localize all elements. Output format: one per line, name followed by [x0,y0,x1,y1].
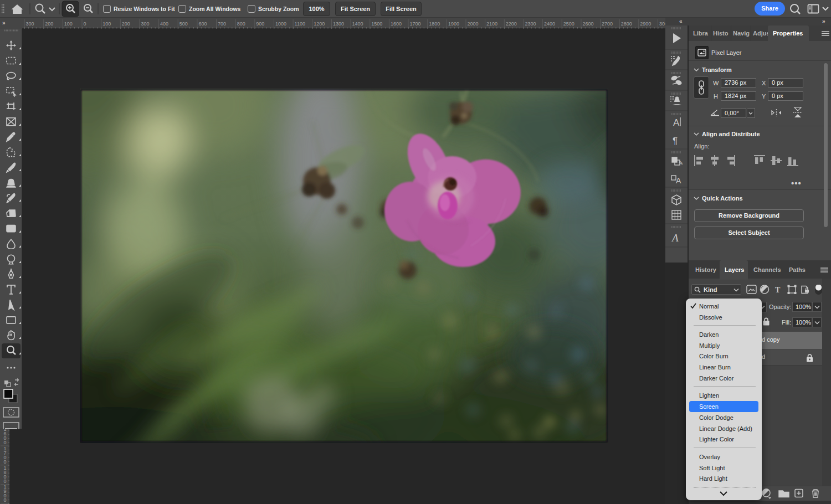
svg-text:2000: 2000 [468,21,479,27]
svg-text:200: 200 [45,21,53,27]
svg-text:700: 700 [218,21,226,27]
svg-text:1700: 1700 [410,21,421,27]
svg-text:1000: 1000 [275,21,286,27]
svg-text:1300: 1300 [333,21,344,27]
svg-text:100: 100 [64,21,73,27]
svg-text:1600: 1600 [391,21,402,27]
svg-text:0: 0 [3,440,6,445]
svg-text:500: 500 [179,21,188,27]
svg-text:2800: 2800 [621,21,632,27]
svg-text:0: 0 [3,459,6,465]
svg-text:2500: 2500 [563,21,574,27]
svg-text:T: T [775,286,781,294]
svg-text:1900: 1900 [448,21,459,27]
svg-text:0: 0 [3,497,6,503]
svg-text:2600: 2600 [582,21,593,27]
svg-text:A: A [673,117,680,128]
svg-text:400: 400 [160,21,168,27]
svg-text:0: 0 [84,21,86,27]
svg-text:1200: 1200 [314,21,325,27]
svg-text:A: A [671,232,679,244]
svg-text:✎: ✎ [679,160,683,166]
svg-text:900: 900 [256,21,264,27]
svg-text:300: 300 [141,21,149,27]
svg-text:1500: 1500 [371,21,382,27]
svg-text:2700: 2700 [602,21,613,27]
svg-text:1100: 1100 [295,21,305,27]
svg-text:2200: 2200 [506,21,517,27]
svg-text:2400: 2400 [544,21,555,27]
svg-text:800: 800 [237,21,245,27]
svg-text:2100: 2100 [486,21,497,27]
svg-text:0: 0 [3,479,6,484]
svg-text:300: 300 [26,21,34,27]
svg-text:3000: 3000 [659,21,665,27]
svg-text:100: 100 [102,21,111,27]
svg-text:¶: ¶ [673,136,678,146]
svg-text:A: A [676,176,681,185]
svg-text:600: 600 [198,21,207,27]
svg-text:2300: 2300 [525,21,536,27]
svg-text:1400: 1400 [352,21,363,27]
svg-text:2900: 2900 [640,21,651,27]
svg-text:1800: 1800 [429,21,440,27]
svg-text:200: 200 [122,21,130,27]
